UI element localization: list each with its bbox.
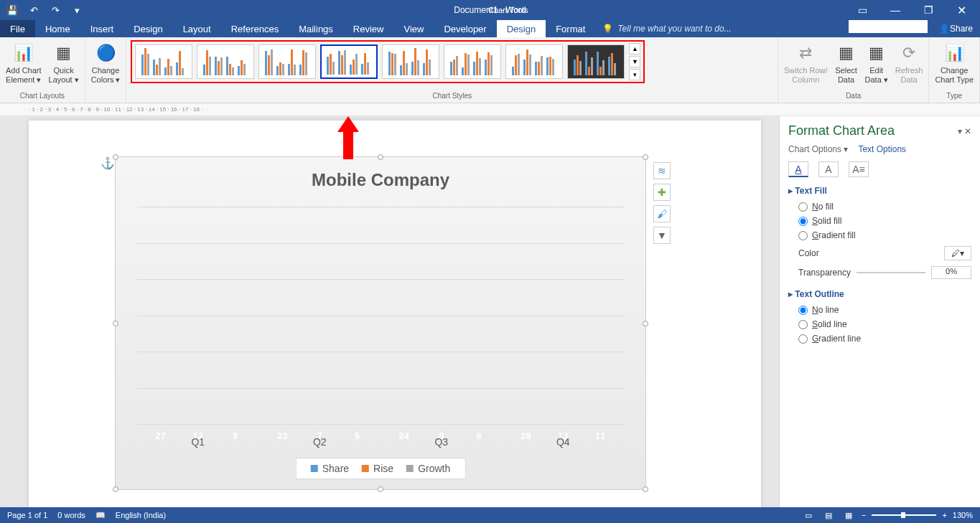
chart-element-icon: 📊 — [12, 42, 35, 65]
tab-home[interactable]: Home — [35, 20, 80, 37]
chart-styles-button[interactable]: 🖌 — [653, 205, 671, 222]
refresh-icon: ⟳ — [897, 42, 920, 65]
chart-area[interactable]: Mobile Company 2712923752486281311 Q1Q2Q… — [115, 156, 646, 490]
transparency-slider[interactable] — [857, 272, 925, 273]
tab-insert[interactable]: Insert — [80, 20, 124, 37]
chart-style-3[interactable] — [258, 44, 316, 79]
chart-style-2[interactable] — [197, 44, 254, 79]
qat-more-icon[interactable]: ▾ — [69, 2, 85, 18]
page-indicator[interactable]: Page 1 of 1 — [7, 511, 47, 519]
ribbon-options-icon[interactable]: ▭ — [849, 1, 875, 19]
color-label: Color — [798, 248, 819, 258]
tab-layout[interactable]: Layout — [173, 20, 221, 37]
text-options-tab[interactable]: Text Options — [858, 144, 906, 154]
chart-style-6[interactable] — [444, 44, 501, 79]
switch-row-column-button: ⇄Switch Row/ Column — [783, 40, 829, 86]
solid-line-radio[interactable]: Solid line — [798, 319, 971, 329]
edit-data-button[interactable]: ▦Edit Data ▾ — [864, 40, 890, 86]
colors-icon: 🔵 — [94, 42, 117, 65]
chart-legend[interactable]: Share Rise Growth — [296, 458, 466, 479]
save-icon[interactable]: 💾 — [4, 2, 20, 18]
category-label: Q2 — [313, 436, 327, 448]
tab-developer[interactable]: Developer — [434, 20, 496, 37]
web-layout-icon[interactable]: ▦ — [841, 509, 856, 521]
zoom-level[interactable]: 130% — [953, 511, 973, 519]
undo-icon[interactable]: ↶ — [26, 2, 42, 18]
quick-access-toolbar: 💾 ↶ ↷ ▾ — [0, 2, 89, 18]
tab-file[interactable]: File — [0, 20, 35, 37]
change-colors-button[interactable]: 🔵Change Colors ▾ — [90, 40, 122, 86]
search-input[interactable] — [849, 20, 928, 33]
status-bar: Page 1 of 1 0 words 📖 English (India) ▭ … — [0, 507, 980, 523]
chart-style-7[interactable] — [505, 44, 563, 79]
share-button[interactable]: 👤 Share — [932, 20, 980, 37]
read-mode-icon[interactable]: ▭ — [801, 509, 816, 521]
refresh-data-button: ⟳Refresh Data — [894, 40, 925, 86]
horizontal-ruler[interactable]: · 1 · 2 · 3 · 4 · 5 · 6 · 7 · 8 · 9 · 10… — [0, 103, 980, 116]
gradient-fill-radio[interactable]: Gradient fill — [798, 230, 971, 240]
language-indicator[interactable]: English (India) — [116, 511, 166, 519]
zoom-in-icon[interactable]: + — [942, 511, 946, 519]
plot-area[interactable]: 2712923752486281311 — [137, 207, 624, 425]
change-chart-type-button[interactable]: 📊Change Chart Type — [933, 40, 975, 86]
color-picker-button[interactable]: 🖊▾ — [944, 246, 971, 260]
group-type: 📊Change Chart Type Type — [929, 37, 980, 103]
format-chart-area-pane: Format Chart Area▾ ✕ Chart Options ▾ Tex… — [779, 116, 980, 507]
ribbon: 📊Add Chart Element ▾ ▦Quick Layout ▾ Cha… — [0, 37, 980, 103]
chart-styles-gallery: ▲ ▼ ▾ — [131, 40, 645, 83]
group-change-colors: 🔵Change Colors ▾ — [85, 37, 127, 103]
legend-item-growth: Growth — [406, 463, 450, 474]
text-fill-section[interactable]: ▸ Text Fill — [788, 186, 971, 196]
gallery-more-icon[interactable]: ▾ — [629, 69, 640, 80]
select-data-button[interactable]: ▦Select Data — [834, 40, 859, 86]
no-line-radio[interactable]: No line — [798, 305, 971, 315]
document-view[interactable]: ⚓ Mobile Company 2712923752486281311 Q1Q… — [0, 116, 779, 507]
gradient-line-radio[interactable]: Gradient line — [798, 334, 971, 344]
text-outline-section[interactable]: ▸ Text Outline — [788, 289, 971, 299]
tab-chart-design[interactable]: Design — [497, 20, 546, 37]
transparency-input[interactable]: 0% — [931, 266, 971, 279]
gallery-up-icon[interactable]: ▲ — [629, 43, 640, 55]
solid-fill-radio[interactable]: Solid fill — [798, 216, 971, 226]
redo-icon[interactable]: ↷ — [47, 2, 63, 18]
chart-style-1[interactable] — [135, 44, 192, 79]
pane-title: Format Chart Area — [788, 123, 895, 138]
tab-review[interactable]: Review — [343, 20, 394, 37]
tab-mailings[interactable]: Mailings — [289, 20, 343, 37]
chart-elements-button[interactable]: ≋ — [653, 162, 671, 179]
close-icon[interactable]: ✕ — [948, 1, 974, 19]
restore-icon[interactable]: ❐ — [915, 1, 941, 19]
minimize-icon[interactable]: — — [882, 1, 908, 19]
add-chart-element-button[interactable]: 📊Add Chart Element ▾ — [4, 40, 43, 86]
no-fill-radio[interactable]: No fill — [798, 202, 971, 212]
text-fill-outline-icon[interactable]: A — [788, 161, 808, 177]
word-count[interactable]: 0 words — [57, 511, 85, 519]
spell-check-icon[interactable]: 📖 — [95, 511, 106, 520]
chart-title[interactable]: Mobile Company — [116, 157, 645, 197]
print-layout-icon[interactable]: ▤ — [821, 509, 836, 521]
lightbulb-icon: 💡 — [602, 24, 613, 34]
group-label: Data — [846, 92, 861, 101]
group-data: ⇄Switch Row/ Column ▦Select Data ▦Edit D… — [778, 37, 929, 103]
chart-style-5[interactable] — [382, 44, 439, 79]
chart-add-button[interactable]: ✚ — [653, 184, 671, 201]
tell-me-box[interactable]: 💡Tell me what you want to do... — [595, 20, 849, 37]
tab-view[interactable]: View — [393, 20, 434, 37]
legend-item-rise: Rise — [362, 463, 393, 474]
text-effects-icon[interactable]: A — [818, 161, 839, 177]
textbox-icon[interactable]: A≡ — [849, 161, 869, 177]
chart-style-4[interactable] — [320, 44, 378, 79]
pane-close-icon[interactable]: ✕ — [964, 126, 971, 136]
tab-references[interactable]: References — [221, 20, 289, 37]
chart-style-8[interactable] — [567, 44, 625, 79]
pane-options-icon[interactable]: ▾ — [958, 126, 962, 136]
tab-chart-format[interactable]: Format — [546, 20, 595, 37]
quick-layout-button[interactable]: ▦Quick Layout ▾ — [47, 40, 80, 86]
zoom-out-icon[interactable]: − — [862, 511, 866, 519]
chart-filters-button[interactable]: ▼ — [653, 227, 671, 244]
chart-options-tab[interactable]: Chart Options ▾ — [788, 144, 848, 154]
gallery-down-icon[interactable]: ▼ — [629, 56, 640, 67]
tab-design[interactable]: Design — [123, 20, 172, 37]
title-bar: 💾 ↶ ↷ ▾ Document1 - Word Chart Tools ▭ —… — [0, 0, 980, 20]
zoom-slider[interactable] — [872, 514, 936, 516]
